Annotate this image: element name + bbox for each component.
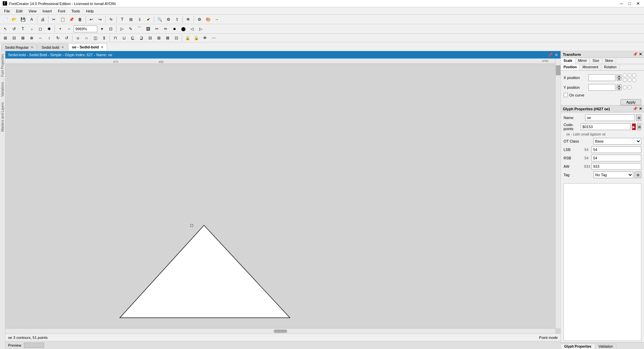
menu-edit[interactable]: Edit: [13, 8, 25, 14]
copy-btn[interactable]: 📋: [59, 16, 67, 23]
preview-btn[interactable]: 👁: [184, 16, 192, 23]
menu-tools[interactable]: Tools: [69, 8, 83, 14]
transform-tab-size[interactable]: Size: [590, 58, 602, 64]
menu-font[interactable]: Font: [55, 8, 68, 14]
glyph-pin-icon[interactable]: 📌: [633, 107, 638, 111]
glyph-btn[interactable]: T: [118, 16, 126, 23]
aw-input[interactable]: [591, 163, 641, 170]
lock-btn[interactable]: 🔒: [183, 34, 192, 42]
align-br[interactable]: ⊒: [137, 34, 145, 42]
name-input[interactable]: [585, 114, 635, 121]
guides-btn[interactable]: ⊠: [19, 34, 27, 42]
arrow-tool[interactable]: ▷: [118, 25, 126, 33]
on-curve-checkbox[interactable]: [564, 93, 568, 97]
zoom-in-btn[interactable]: +: [56, 25, 64, 33]
dist-v[interactable]: ⊡: [172, 34, 180, 42]
tab-close-bold[interactable]: ✕: [61, 45, 64, 49]
xor-btn[interactable]: ⊻: [100, 34, 108, 42]
vscroll-thumb[interactable]: [556, 65, 561, 75]
bottom-tab-glyph-properties[interactable]: Glyph Properties: [561, 344, 595, 349]
menu-view[interactable]: View: [26, 8, 39, 14]
tag-icon-btn[interactable]: ⊞: [635, 171, 641, 178]
check-btn[interactable]: ✔: [144, 16, 152, 23]
zoom-input[interactable]: 9969%: [74, 26, 97, 32]
transform-pin-icon[interactable]: 📌: [633, 52, 638, 56]
x-position-input[interactable]: [588, 74, 615, 81]
anchor-btn[interactable]: ⊕: [28, 34, 36, 42]
redo-btn[interactable]: ↪: [96, 16, 104, 23]
x-radio-1[interactable]: [623, 73, 627, 77]
curve-tool[interactable]: ⌒: [135, 25, 143, 33]
canvas-scrollbar-v[interactable]: [555, 59, 561, 328]
x-spin-up[interactable]: ▲: [617, 75, 621, 78]
tab-sedid-regular[interactable]: Sedid-Regular ✕: [1, 43, 37, 51]
menu-file[interactable]: File: [1, 8, 13, 14]
tab-oe-sedid-bold[interactable]: oe - Sedid-bold ✕: [68, 43, 107, 51]
unlock-btn[interactable]: 🔓: [192, 34, 200, 42]
zoom-drop[interactable]: ▾: [98, 25, 106, 33]
eraser-tool[interactable]: ◻: [36, 25, 44, 33]
sidebar-variations[interactable]: Variations: [0, 79, 5, 100]
grid-btn[interactable]: ⊟: [10, 34, 18, 42]
snap-btn[interactable]: ⊞: [1, 34, 9, 42]
transform-close-icon[interactable]: ✕: [639, 52, 642, 56]
align-tr[interactable]: ⊔: [120, 34, 128, 42]
flip-h-btn[interactable]: ↔: [36, 34, 44, 42]
rotate-btn[interactable]: ↻: [54, 34, 62, 42]
canvas-drawing[interactable]: [5, 64, 561, 334]
tab-close-oe[interactable]: ✕: [101, 45, 103, 49]
select-tool[interactable]: ↖: [1, 25, 9, 33]
canvas-scrollbar-h[interactable]: [5, 328, 555, 334]
nav-left-btn[interactable]: ◁: [188, 25, 196, 33]
text-tool[interactable]: T: [19, 25, 27, 33]
transform-subtab-rotation[interactable]: Rotation: [601, 64, 619, 70]
fx-btn[interactable]: fx: [107, 16, 115, 23]
y-radio-1[interactable]: [623, 85, 627, 89]
align-v[interactable]: ⊞: [155, 34, 163, 42]
ellipse-tool[interactable]: ⬤: [179, 25, 187, 33]
union-btn[interactable]: ∪: [74, 34, 82, 42]
font-name-btn[interactable]: A: [28, 16, 36, 23]
tag-select[interactable]: No Tag: [594, 171, 633, 178]
zoom-out-btn[interactable]: −: [65, 25, 73, 33]
x-radio-3[interactable]: [632, 73, 636, 77]
menu-help[interactable]: Help: [83, 8, 97, 14]
align-tl[interactable]: ⊓: [111, 34, 119, 42]
paste-btn[interactable]: 📌: [67, 16, 75, 23]
transform-subtab-position[interactable]: Position: [561, 64, 580, 70]
lsb-input[interactable]: [591, 146, 641, 153]
y-spin-up[interactable]: ▲: [617, 84, 621, 87]
sidebar-font-properties[interactable]: Font Properties: [0, 51, 5, 79]
transform-tab-mirror[interactable]: Mirror: [575, 58, 590, 64]
y-radio-2[interactable]: [628, 85, 632, 89]
rect-tool[interactable]: ■: [170, 25, 178, 33]
save-btn[interactable]: 💾: [19, 16, 27, 23]
visible-btn[interactable]: 👁: [201, 34, 209, 42]
maximize-button[interactable]: □: [627, 1, 632, 6]
validate-btn[interactable]: 🔍: [156, 16, 164, 23]
sidebar-masters-layers[interactable]: Masters and Layers: [0, 100, 5, 134]
glyph-close-icon[interactable]: ✕: [639, 107, 642, 111]
otclass-select[interactable]: Base Mark Ligature: [594, 138, 641, 145]
tab-close-regular[interactable]: ✕: [31, 45, 33, 49]
export-btn[interactable]: ⇧: [173, 16, 181, 23]
cut-tool[interactable]: ✂: [153, 25, 161, 33]
menu-insert[interactable]: Insert: [40, 8, 55, 14]
rsb-input[interactable]: [591, 155, 641, 161]
rotate2-btn[interactable]: ↺: [63, 34, 71, 42]
name-icon-btn[interactable]: ⊞: [636, 114, 641, 121]
codepoints-input[interactable]: [581, 123, 631, 130]
arrow-btn[interactable]: →: [213, 16, 221, 23]
knife-tool[interactable]: ✱: [45, 25, 53, 33]
align-h[interactable]: ⊟: [146, 34, 154, 42]
new-btn[interactable]: 📄: [1, 16, 9, 23]
codepoints-icon-btn1[interactable]: ▶: [632, 123, 636, 130]
hscroll-thumb[interactable]: [274, 329, 287, 333]
canvas-close-icon[interactable]: ✕: [555, 53, 558, 57]
transform-subtab-movement[interactable]: Movement: [580, 64, 601, 70]
y-spin-down[interactable]: ▼: [617, 87, 621, 90]
gen-btn[interactable]: ⚙: [164, 16, 172, 23]
x-spin-down[interactable]: ▼: [617, 78, 621, 81]
node-tool[interactable]: ⬦: [28, 25, 36, 33]
image-tool[interactable]: 🖼: [144, 25, 152, 33]
